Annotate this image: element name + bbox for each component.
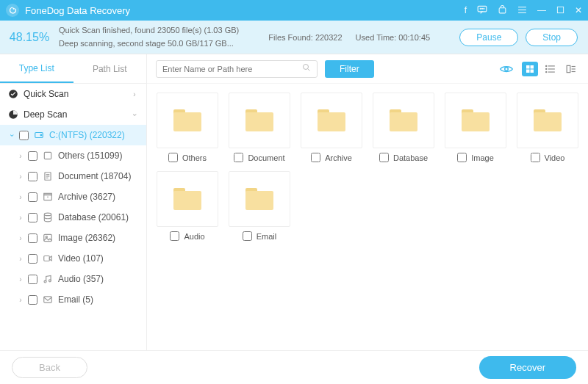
maximize-icon[interactable]	[556, 6, 564, 15]
folder-checkbox[interactable]	[379, 153, 389, 162]
facebook-icon[interactable]: f	[465, 6, 467, 15]
folder-checkbox[interactable]	[170, 231, 179, 241]
folder-checkbox[interactable]	[168, 153, 178, 162]
tree-item-video[interactable]: ›Video (107)	[0, 248, 146, 269]
app-title: FoneDog Data Recovery	[25, 5, 465, 16]
svg-rect-4	[499, 7, 506, 12]
scan-info: Quick Scan finished, found 23050 file(s)…	[59, 24, 268, 50]
menu-icon[interactable]	[517, 6, 527, 15]
tree-item-checkbox[interactable]	[28, 172, 37, 181]
titlebar: FoneDog Data Recovery f — ✕	[0, 0, 588, 21]
tree-item-audio[interactable]: ›Audio (357)	[0, 269, 146, 289]
tree-item-label: Audio (357)	[58, 274, 104, 284]
folder-database[interactable]: Database	[372, 93, 435, 162]
tree-item-email[interactable]: ›Email (5)	[0, 289, 146, 310]
folder-checkbox[interactable]	[243, 231, 252, 241]
chevron-right-icon: ›	[16, 173, 25, 181]
audio-icon	[42, 274, 54, 284]
footer: Back Recover	[0, 350, 588, 384]
back-button[interactable]: Back	[12, 357, 87, 378]
tree-deep-scan[interactable]: Deep Scan ›	[0, 104, 146, 125]
tree-quick-scan[interactable]: Quick Scan ›	[0, 84, 146, 104]
tree-item-checkbox[interactable]	[28, 295, 37, 305]
svg-rect-22	[44, 234, 52, 241]
svg-rect-24	[44, 256, 50, 261]
folder-checkbox[interactable]	[234, 153, 243, 162]
disk-icon	[33, 130, 45, 140]
svg-point-40	[546, 71, 547, 72]
email-icon	[42, 294, 54, 305]
pause-button[interactable]: Pause	[459, 29, 518, 46]
svg-point-39	[546, 68, 547, 69]
tree-item-archive[interactable]: ›Archive (3627)	[0, 186, 146, 207]
tree-item-database[interactable]: ›Database (20061)	[0, 207, 146, 228]
tree-item-others[interactable]: ›Others (151099)	[0, 145, 146, 166]
svg-point-21	[44, 213, 51, 216]
tree-item-document[interactable]: ›Document (18704)	[0, 166, 146, 186]
folder-archive[interactable]: Archive	[300, 93, 363, 162]
disk-checkbox[interactable]	[19, 131, 29, 140]
close-icon[interactable]: ✕	[575, 6, 582, 15]
folder-email[interactable]: Email	[228, 171, 291, 241]
recover-button[interactable]: Recover	[479, 356, 576, 379]
feedback-icon[interactable]	[477, 5, 487, 15]
tab-type-list[interactable]: Type List	[0, 54, 74, 83]
buy-icon[interactable]	[498, 5, 507, 16]
used-time-label: Used Time:	[356, 33, 397, 42]
image-icon	[42, 233, 54, 243]
svg-point-26	[49, 280, 51, 282]
document-icon	[42, 171, 54, 181]
chevron-right-icon: ›	[16, 296, 25, 304]
filter-button[interactable]: Filter	[325, 60, 374, 78]
others-icon	[42, 151, 54, 161]
svg-rect-27	[44, 297, 52, 303]
progress-circle-icon	[7, 109, 19, 120]
tree-item-label: Email (5)	[58, 294, 93, 305]
chevron-down-icon: ›	[8, 131, 16, 140]
status-bar: 48.15% Quick Scan finished, found 23050 …	[0, 21, 588, 54]
sidebar: Type List Path List Quick Scan › Deep Sc…	[0, 54, 147, 350]
tree-item-image[interactable]: ›Image (26362)	[0, 228, 146, 248]
tree-disk[interactable]: › C:(NTFS) (220322)	[0, 125, 146, 145]
tree-item-checkbox[interactable]	[28, 213, 37, 222]
scan-line-2: Deep scanning, second stage 50.0 GB/117 …	[59, 37, 268, 51]
chevron-right-icon: ›	[16, 275, 25, 283]
view-grid-icon[interactable]	[522, 62, 538, 76]
folder-video[interactable]: Video	[516, 93, 579, 162]
folder-label: Document	[248, 153, 284, 162]
tree-item-checkbox[interactable]	[28, 275, 37, 284]
search-input[interactable]	[162, 65, 302, 73]
chevron-right-icon: ›	[16, 234, 25, 242]
chevron-right-icon: ›	[16, 255, 25, 263]
preview-icon[interactable]	[498, 62, 514, 76]
folder-checkbox[interactable]	[311, 153, 320, 162]
minimize-icon[interactable]: —	[537, 6, 546, 15]
chevron-right-icon: ›	[16, 152, 25, 160]
tree-item-checkbox[interactable]	[28, 151, 37, 161]
tab-path-list[interactable]: Path List	[74, 54, 147, 83]
folder-checkbox[interactable]	[531, 153, 540, 162]
svg-point-12	[40, 134, 42, 136]
folder-image[interactable]: Image	[444, 93, 507, 162]
folder-document[interactable]: Document	[228, 93, 291, 162]
folder-others[interactable]: Others	[156, 93, 219, 162]
stop-button[interactable]: Stop	[526, 29, 578, 46]
chevron-right-icon: ›	[130, 90, 139, 98]
svg-rect-31	[526, 65, 530, 69]
chevron-right-icon: ›	[16, 214, 25, 222]
files-found-value: 220322	[315, 33, 343, 42]
files-found-label: Files Found:	[268, 33, 313, 42]
svg-line-29	[308, 69, 310, 71]
tree-item-label: Image (26362)	[58, 233, 115, 243]
search-box[interactable]	[156, 60, 318, 78]
tree-item-checkbox[interactable]	[28, 233, 37, 243]
folder-checkbox[interactable]	[457, 153, 467, 162]
view-detail-icon[interactable]	[563, 62, 579, 76]
view-list-icon[interactable]	[542, 62, 559, 76]
svg-rect-32	[531, 65, 534, 69]
tree-item-checkbox[interactable]	[28, 192, 37, 202]
app-logo-icon	[6, 4, 19, 17]
folder-label: Image	[471, 153, 494, 162]
folder-audio[interactable]: Audio	[156, 171, 219, 241]
tree-item-checkbox[interactable]	[28, 254, 37, 264]
